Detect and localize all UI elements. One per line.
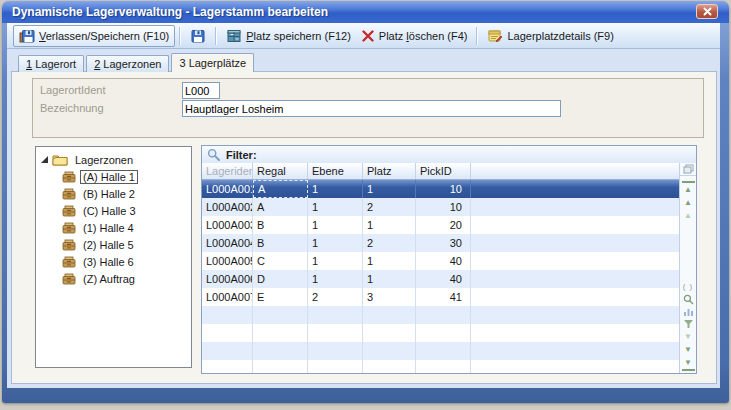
grid-cell[interactable]: 20: [416, 216, 471, 234]
grid-cell[interactable]: L000A005: [202, 252, 253, 270]
grid-cell[interactable]: 40: [416, 270, 471, 288]
grid-cell[interactable]: A: [253, 180, 308, 198]
tree-root-label: Lagerzonen: [72, 153, 136, 167]
storage-bin-icon: [62, 205, 76, 217]
grid-cell[interactable]: 30: [416, 234, 471, 252]
grid-cell[interactable]: 1: [308, 234, 363, 252]
grid-cell[interactable]: 1: [363, 180, 416, 198]
summary-icon[interactable]: [682, 306, 695, 318]
grid-row[interactable]: L000A007E2341: [202, 288, 679, 306]
place-details-button[interactable]: Lagerplatzdetails (F9): [482, 26, 618, 46]
grid-cell[interactable]: 2: [308, 288, 363, 306]
page-down-icon[interactable]: [682, 330, 695, 343]
tab-lagerplaetze[interactable]: 3 Lagerplätze: [171, 53, 254, 72]
grid-cell[interactable]: 1: [308, 252, 363, 270]
grid-cell[interactable]: L000A003: [202, 216, 253, 234]
column-header[interactable]: PickID: [416, 163, 471, 179]
grid-cell[interactable]: 1: [363, 252, 416, 270]
lagerortident-field[interactable]: [182, 82, 220, 99]
grid-row[interactable]: L000A005C1140: [202, 252, 679, 270]
column-header[interactable]: Ebene: [308, 163, 363, 179]
grid-cell: [308, 324, 363, 342]
grid-row[interactable]: L000A006D1140: [202, 270, 679, 288]
grid-cell: [308, 342, 363, 360]
tree-item-zone[interactable]: (A) Halle 1: [36, 168, 191, 185]
filter-funnel-icon[interactable]: [682, 318, 695, 330]
grid-row[interactable]: L000A002A1210: [202, 198, 679, 216]
tree-item-zone[interactable]: (B) Halle 2: [36, 185, 191, 202]
delete-place-button[interactable]: Platz löschen (F4): [356, 26, 473, 46]
tree-item-label: (2) Halle 5: [80, 238, 137, 252]
grid-cell[interactable]: 1: [363, 270, 416, 288]
grid-cell[interactable]: 10: [416, 180, 471, 198]
tree-item-zone[interactable]: (C) Halle 3: [36, 202, 191, 219]
column-header[interactable]: Lagerident: [202, 163, 253, 179]
grid-row[interactable]: L000A004B1230: [202, 234, 679, 252]
lagerortident-label: LagerortIdent: [40, 84, 105, 96]
close-button[interactable]: [696, 4, 718, 19]
grid-search-icon[interactable]: [682, 293, 695, 306]
grid-cell[interactable]: 2: [363, 198, 416, 216]
tree-item-zone[interactable]: (1) Halle 4: [36, 219, 191, 236]
grid-cell[interactable]: A: [253, 198, 308, 216]
grid-cell[interactable]: D: [253, 270, 308, 288]
grid-cell[interactable]: B: [253, 216, 308, 234]
grid-cell[interactable]: 1: [308, 198, 363, 216]
grid-cell: [253, 324, 308, 342]
expander-icon[interactable]: [41, 156, 48, 163]
go-last-row-icon[interactable]: [682, 356, 695, 371]
tab-lagerzonen[interactable]: 2 Lagerzonen: [86, 55, 169, 72]
grid-cell: [202, 360, 253, 373]
grid-cell[interactable]: L000A006: [202, 270, 253, 288]
bezeichnung-field[interactable]: [182, 100, 561, 117]
tree-item-zone[interactable]: (3) Halle 6: [36, 253, 191, 270]
grid-cell-filler: [471, 288, 679, 306]
grid-row[interactable]: L000A003B1120: [202, 216, 679, 234]
tab-lagerort[interactable]: 1 Lagerort: [18, 55, 84, 72]
grid-cell: [363, 342, 416, 360]
grid-empty-row: [202, 306, 679, 324]
grid-cell[interactable]: E: [253, 288, 308, 306]
column-chooser-icon[interactable]: [680, 163, 696, 176]
column-header[interactable]: Regal: [253, 163, 308, 179]
grid-cell: [308, 360, 363, 373]
grid-cell[interactable]: 1: [308, 216, 363, 234]
place-details-icon: [487, 28, 503, 44]
grid-cell[interactable]: 2: [363, 234, 416, 252]
save-button[interactable]: [185, 26, 211, 46]
tree-root[interactable]: Lagerzonen: [36, 151, 191, 168]
storage-bin-icon: [62, 239, 76, 251]
grid-cell[interactable]: B: [253, 234, 308, 252]
page-up-icon[interactable]: [682, 209, 695, 222]
grid-columns-area: LageridentRegalEbenePlatzPickID L000A001…: [202, 163, 679, 373]
grid-cell[interactable]: L000A007: [202, 288, 253, 306]
next-row-icon[interactable]: [682, 343, 695, 356]
column-header[interactable]: Platz: [363, 163, 416, 179]
grid-cell[interactable]: L000A001: [202, 180, 253, 198]
save-exit-button[interactable]: Verlassen/Speichern (F10): [13, 25, 175, 47]
grid-cell[interactable]: 1: [308, 180, 363, 198]
previous-row-icon[interactable]: [682, 196, 695, 209]
grid-cell[interactable]: C: [253, 252, 308, 270]
grid-cell: [363, 306, 416, 324]
grid-row[interactable]: L000A001A1110: [202, 180, 679, 198]
grid-filter-row[interactable]: Filter:: [202, 146, 696, 164]
tree-item-zone[interactable]: (Z) Auftrag: [36, 270, 191, 287]
toolbar-separator: [215, 27, 217, 45]
grid-cell: [416, 342, 471, 360]
go-first-row-icon[interactable]: [682, 181, 695, 196]
grid-cell[interactable]: 41: [416, 288, 471, 306]
lagerplaetze-grid: Filter: LageridentRegalEbenePlatzPickID …: [201, 145, 697, 374]
save-place-button[interactable]: Platz speichern (F12): [221, 26, 356, 46]
grid-cell[interactable]: L000A002: [202, 198, 253, 216]
tree-item-zone[interactable]: (2) Halle 5: [36, 236, 191, 253]
grid-cell[interactable]: L000A004: [202, 234, 253, 252]
select-row-icon[interactable]: ( ): [682, 280, 695, 293]
grid-cell[interactable]: 3: [363, 288, 416, 306]
grid-cell[interactable]: 1: [308, 270, 363, 288]
grid-cell[interactable]: 1: [363, 216, 416, 234]
grid-cell-filler: [471, 342, 679, 360]
grid-cell[interactable]: 10: [416, 198, 471, 216]
title-bar[interactable]: Dynamische Lagerverwaltung - Lagerstamm …: [2, 1, 729, 23]
grid-cell[interactable]: 40: [416, 252, 471, 270]
